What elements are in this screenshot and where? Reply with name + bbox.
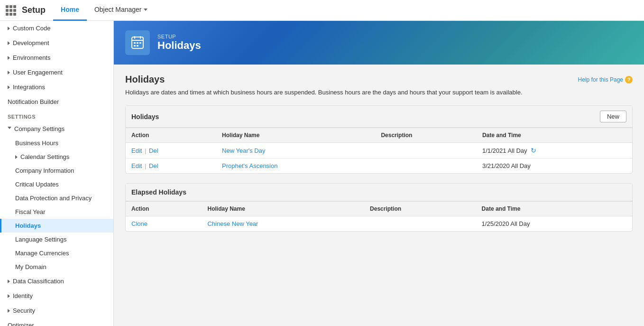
chevron-right-icon	[15, 155, 18, 159]
holiday-name-cell: New Year's Day	[216, 143, 375, 158]
tab-object-manager[interactable]: Object Manager	[87, 0, 155, 21]
sidebar-item-development[interactable]: Development	[0, 36, 113, 50]
sidebar-item-company-information[interactable]: Company Information	[0, 164, 113, 177]
holiday-description-cell	[364, 216, 476, 232]
page-description: Holidays are dates and times at which bu…	[125, 89, 633, 96]
holiday-datetime-cell: 1/25/2020 All Day	[476, 216, 632, 232]
holidays-table-title: Holidays	[131, 113, 159, 121]
help-link[interactable]: Help for this Page ?	[578, 76, 633, 84]
sidebar-item-calendar-settings[interactable]: Calendar Settings	[0, 150, 113, 164]
col-action-header: Action	[126, 202, 202, 216]
sidebar-item-language-settings[interactable]: Language Settings	[0, 233, 113, 246]
edit-link[interactable]: Edit	[131, 162, 142, 169]
col-description-header: Description	[364, 202, 476, 216]
del-link[interactable]: Del	[149, 147, 158, 154]
edit-link[interactable]: Edit	[131, 147, 142, 154]
elapsed-holidays-table: Action Holiday Name Description Date and…	[126, 201, 632, 231]
holiday-description-cell	[375, 158, 477, 174]
svg-rect-6	[139, 42, 141, 44]
holiday-datetime-cell: 3/21/2020 All Day	[477, 158, 632, 174]
del-link[interactable]: Del	[149, 162, 158, 169]
col-name-header: Holiday Name	[216, 128, 375, 143]
grid-icon	[6, 5, 16, 16]
svg-rect-8	[137, 45, 138, 47]
holidays-table-section: Holidays New Action Holiday Name Descrip…	[125, 105, 633, 174]
chevron-down-icon	[8, 127, 11, 131]
new-holiday-button[interactable]: New	[600, 111, 626, 122]
sidebar-item-critical-updates[interactable]: Critical Updates	[0, 177, 113, 191]
holidays-table-header: Holidays New	[126, 106, 632, 128]
content-area: Holidays Help for this Page ? Holidays a…	[114, 65, 644, 251]
elapsed-table-title: Elapsed Holidays	[131, 188, 186, 196]
table-row: Edit | Del New Year's Day 1/1/2021 All D…	[126, 143, 632, 158]
svg-rect-7	[134, 45, 136, 47]
settings-section-label: SETTINGS	[0, 109, 113, 121]
col-name-header: Holiday Name	[202, 202, 364, 216]
refresh-icon[interactable]: ↻	[531, 147, 536, 154]
chevron-right-icon	[8, 309, 10, 313]
app-launcher-button[interactable]	[6, 5, 16, 16]
sidebar-item-business-hours[interactable]: Business Hours	[0, 136, 113, 150]
holiday-description-cell	[375, 143, 477, 158]
sidebar-item-identity[interactable]: Identity	[0, 289, 113, 303]
object-manager-chevron-icon	[144, 9, 147, 11]
row-actions: Clone	[126, 216, 202, 232]
tab-home[interactable]: Home	[53, 0, 87, 21]
main-content: SETUP Holidays Holidays Help for this Pa…	[114, 21, 644, 326]
svg-rect-5	[137, 42, 138, 44]
sidebar-item-company-settings[interactable]: Company Settings	[0, 121, 113, 136]
sidebar-item-holidays[interactable]: Holidays	[0, 219, 113, 233]
holiday-name-link[interactable]: New Year's Day	[222, 147, 265, 154]
svg-rect-4	[134, 42, 136, 44]
page-header: SETUP Holidays	[114, 21, 644, 65]
chevron-right-icon	[8, 85, 10, 89]
holiday-name-link[interactable]: Chinese New Year	[207, 220, 258, 227]
main-layout: Custom Code Development Environments Use…	[0, 21, 644, 326]
svg-rect-1	[132, 40, 143, 41]
svg-rect-2	[134, 36, 135, 39]
page-title-row: Holidays Help for this Page ?	[125, 74, 633, 85]
sidebar-item-data-protection-privacy[interactable]: Data Protection and Privacy	[0, 191, 113, 205]
table-row: Clone Chinese New Year 1/25/2020 All Day	[126, 216, 632, 232]
chevron-right-icon	[8, 27, 10, 30]
sidebar-item-integrations[interactable]: Integrations	[0, 80, 113, 94]
page-main-title: Holidays	[125, 74, 165, 85]
sidebar-item-environments[interactable]: Environments	[0, 50, 113, 65]
sidebar-item-notification-builder[interactable]: Notification Builder	[0, 94, 113, 109]
col-datetime-header: Date and Time	[476, 202, 632, 216]
sidebar-item-optimizer[interactable]: Optimizer	[0, 318, 113, 326]
holidays-icon	[130, 35, 145, 50]
top-navigation: Setup Home Object Manager	[0, 0, 644, 21]
header-page-title: Holidays	[157, 39, 201, 52]
chevron-right-icon	[8, 279, 10, 283]
col-action-header: Action	[126, 128, 216, 143]
chevron-right-icon	[8, 56, 10, 60]
sidebar-item-user-engagement[interactable]: User Engagement	[0, 65, 113, 80]
app-title: Setup	[22, 5, 46, 15]
clone-link[interactable]: Clone	[131, 220, 147, 227]
chevron-right-icon	[8, 71, 10, 75]
chevron-right-icon	[8, 294, 10, 298]
sidebar-item-data-classification[interactable]: Data Classification	[0, 274, 113, 289]
sidebar-item-custom-code[interactable]: Custom Code	[0, 21, 113, 36]
row-actions: Edit | Del	[126, 143, 216, 158]
sidebar-item-manage-currencies[interactable]: Manage Currencies	[0, 246, 113, 260]
table-row: Edit | Del Prophet's Ascension 3/21/2020…	[126, 158, 632, 174]
sidebar: Custom Code Development Environments Use…	[0, 21, 114, 326]
header-icon-box	[125, 30, 150, 55]
holiday-name-cell: Chinese New Year	[202, 216, 364, 232]
header-setup-label: SETUP	[157, 34, 201, 39]
chevron-right-icon	[8, 41, 10, 45]
help-icon: ?	[625, 76, 633, 84]
elapsed-holidays-table-section: Elapsed Holidays Action Holiday Name Des…	[125, 183, 633, 232]
sidebar-item-my-domain[interactable]: My Domain	[0, 260, 113, 274]
sidebar-item-fiscal-year[interactable]: Fiscal Year	[0, 205, 113, 219]
col-description-header: Description	[375, 128, 477, 143]
svg-rect-3	[140, 36, 141, 39]
sidebar-item-security[interactable]: Security	[0, 303, 113, 318]
header-text-group: SETUP Holidays	[157, 34, 201, 52]
holiday-datetime-cell: 1/1/2021 All Day ↻	[477, 143, 632, 158]
holidays-table: Action Holiday Name Description Date and…	[126, 128, 632, 173]
holiday-name-link[interactable]: Prophet's Ascension	[222, 162, 277, 169]
holiday-name-cell: Prophet's Ascension	[216, 158, 375, 174]
